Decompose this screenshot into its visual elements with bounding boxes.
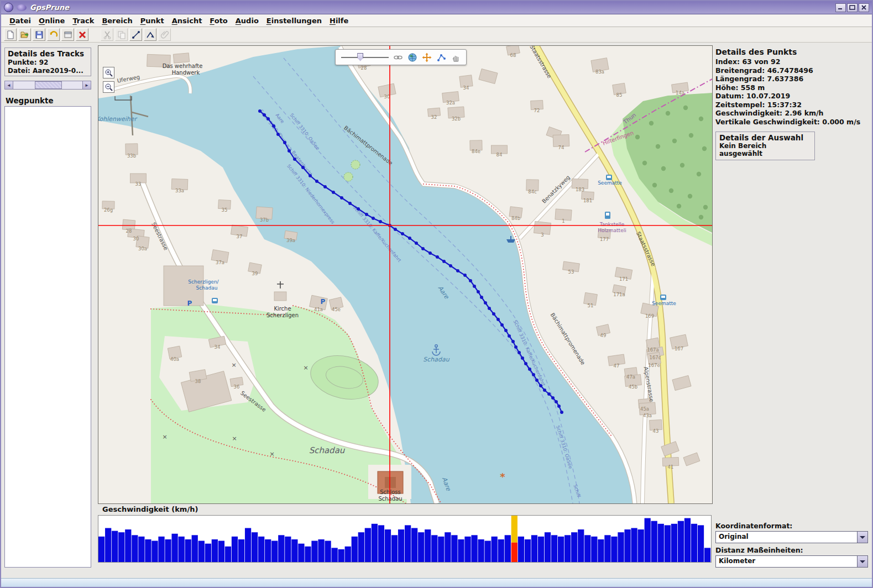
track-position-scrollbar[interactable]: ◄ ► (4, 81, 91, 90)
new-file-button[interactable] (4, 28, 17, 41)
speed-bar[interactable] (171, 534, 177, 562)
save-file-button[interactable] (33, 28, 45, 41)
zoom-slider-handle[interactable] (357, 53, 363, 61)
gps-track-point[interactable] (323, 185, 327, 188)
gps-track-point[interactable] (508, 334, 511, 338)
window-menu-icon[interactable] (4, 3, 13, 12)
gps-track-point[interactable] (496, 318, 500, 321)
zoom-in-button[interactable] (103, 67, 114, 78)
attach-photo-button[interactable] (158, 28, 171, 41)
edit-point-button[interactable] (61, 28, 74, 41)
menu-punkt[interactable]: Punkt (137, 15, 168, 26)
speed-bar[interactable] (471, 535, 477, 562)
speed-bar[interactable] (145, 539, 151, 562)
gps-track-point[interactable] (415, 242, 418, 245)
speed-bar[interactable] (638, 529, 644, 562)
speed-bar[interactable] (525, 539, 531, 562)
gps-track-point[interactable] (547, 392, 551, 396)
gps-track-point[interactable] (524, 362, 527, 365)
gps-track-point[interactable] (340, 196, 343, 200)
gps-track-point[interactable] (332, 191, 335, 194)
pan-icon[interactable] (422, 53, 432, 62)
scrollbar-thumb[interactable] (35, 81, 62, 89)
gps-track-point[interactable] (309, 174, 312, 177)
coordinate-format-dropdown-icon[interactable] (857, 532, 867, 543)
speed-bar[interactable] (598, 539, 604, 562)
speed-bar[interactable] (398, 529, 404, 562)
gps-track-point[interactable] (394, 228, 397, 231)
menu-hilfe[interactable]: Hilfe (326, 15, 352, 26)
drag-hand-icon[interactable] (451, 53, 461, 62)
speed-bar[interactable] (604, 535, 610, 562)
speed-bar[interactable] (671, 524, 677, 562)
speed-bar[interactable] (665, 525, 671, 562)
gps-track-point[interactable] (449, 264, 452, 267)
speed-bar[interactable] (391, 535, 398, 562)
gps-track-point[interactable] (315, 180, 318, 183)
speed-bar[interactable] (345, 547, 351, 562)
straighten-track-button[interactable] (144, 28, 156, 41)
speed-bar[interactable] (151, 541, 158, 562)
speed-bar[interactable] (492, 537, 498, 562)
gps-track-point[interactable] (543, 389, 546, 392)
speed-bar[interactable] (305, 547, 311, 562)
menu-datei[interactable]: Datei (6, 15, 35, 26)
speed-bar[interactable] (518, 537, 524, 562)
speed-bar[interactable] (271, 541, 278, 562)
speed-bar[interactable] (578, 529, 584, 562)
gps-track-point[interactable] (555, 400, 558, 403)
speed-profile-chart[interactable] (98, 515, 712, 563)
undo-button[interactable] (47, 28, 60, 41)
speed-bar[interactable] (258, 537, 264, 562)
selected-speed-bar[interactable] (511, 516, 517, 543)
speed-bar[interactable] (385, 529, 391, 562)
speed-bar[interactable] (138, 537, 144, 562)
speed-bar[interactable] (225, 547, 231, 562)
speed-bar[interactable] (498, 539, 504, 562)
gps-track-point[interactable] (348, 202, 352, 205)
menu-audio[interactable]: Audio (232, 15, 263, 26)
speed-bar[interactable] (418, 532, 424, 562)
speed-bar[interactable] (112, 531, 118, 562)
gps-track-point[interactable] (357, 207, 360, 211)
speed-bar[interactable] (252, 532, 258, 562)
gps-track-point[interactable] (379, 220, 382, 223)
gps-track-point[interactable] (401, 232, 404, 235)
menu-ansicht[interactable]: Ansicht (168, 15, 206, 26)
minimize-button[interactable] (835, 3, 846, 12)
speed-bar[interactable] (571, 532, 577, 562)
speed-bar[interactable] (218, 541, 224, 562)
speed-bar[interactable] (352, 537, 358, 562)
gps-track-point[interactable] (293, 158, 296, 161)
zoom-out-button[interactable] (103, 81, 114, 93)
connect-points-button[interactable] (129, 28, 142, 41)
speed-bar[interactable] (311, 541, 317, 562)
gps-track-point[interactable] (276, 133, 280, 136)
map-canvas[interactable]: UferwegDas wehrhafteHandwerkKohlenweiher… (98, 45, 713, 504)
speed-bar[interactable] (591, 537, 597, 562)
speed-bar[interactable] (298, 544, 304, 562)
speed-bar[interactable] (238, 539, 244, 562)
gps-track-point[interactable] (258, 109, 262, 113)
speed-bar[interactable] (704, 548, 710, 562)
speed-bar[interactable] (445, 532, 451, 562)
gps-track-point[interactable] (408, 237, 411, 240)
gps-track-point[interactable] (539, 384, 542, 387)
speed-bar[interactable] (125, 529, 131, 562)
scrollbar-right-arrow[interactable]: ► (82, 81, 91, 89)
gps-track-point[interactable] (365, 213, 368, 216)
speed-bar[interactable] (464, 537, 471, 562)
speed-bar[interactable] (538, 537, 544, 562)
gps-track-point[interactable] (528, 368, 531, 371)
coordinate-format-select[interactable]: Original (715, 531, 868, 543)
gps-track-point[interactable] (301, 166, 305, 169)
speed-bar[interactable] (179, 537, 185, 562)
scrollbar-track[interactable] (13, 81, 82, 89)
speed-bar[interactable] (378, 525, 384, 562)
gps-track-point[interactable] (463, 274, 467, 277)
speed-bar[interactable] (285, 537, 291, 562)
gps-track-point[interactable] (532, 373, 535, 376)
gps-track-point[interactable] (560, 411, 563, 414)
speed-bar[interactable] (531, 535, 537, 562)
gps-track-point[interactable] (428, 251, 432, 255)
